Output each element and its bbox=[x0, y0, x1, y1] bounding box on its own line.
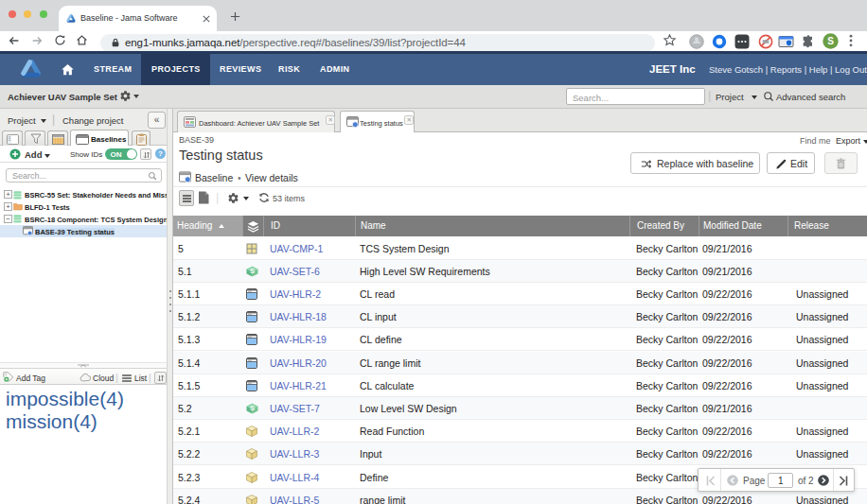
svg-text:S: S bbox=[250, 267, 255, 275]
svg-text:S: S bbox=[250, 404, 255, 412]
svg-text:S: S bbox=[827, 36, 834, 46]
